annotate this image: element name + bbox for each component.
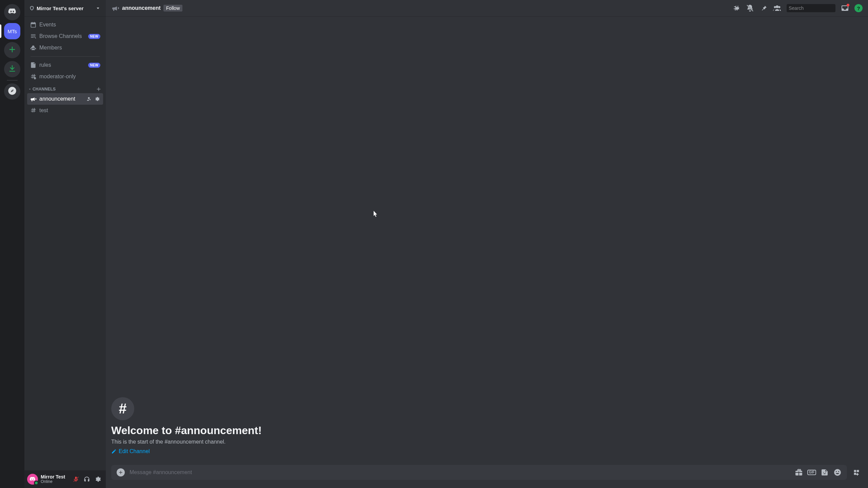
channel-announcement-label: announcement [39, 96, 83, 102]
user-settings-button[interactable] [92, 474, 103, 485]
channel-test[interactable]: test [27, 105, 103, 116]
dm-home-button[interactable] [4, 4, 20, 20]
add-server-button[interactable] [4, 42, 20, 58]
edit-channel-link[interactable]: Edit Channel [111, 448, 150, 454]
channel-rules[interactable]: rules NEW [27, 59, 103, 71]
emoji-button[interactable] [833, 468, 842, 476]
channel-moderator-label: moderator-only [39, 74, 100, 80]
edit-channel-label: Edit Channel [119, 448, 150, 454]
gear-icon[interactable] [94, 96, 100, 102]
chat-main: announcement Follow ? # Welcome to #anno… [106, 0, 868, 488]
headphones-icon [83, 476, 90, 483]
megaphone-icon [111, 4, 119, 12]
help-button[interactable]: ? [854, 4, 863, 12]
members-icon [30, 44, 37, 51]
sidebar-browse-channels[interactable]: Browse Channels NEW [27, 30, 103, 42]
hash-icon: # [119, 401, 126, 417]
compass-icon [7, 86, 17, 97]
notifications-button[interactable] [746, 4, 754, 12]
search-box[interactable] [787, 4, 835, 12]
user-panel: Mirror Test Online [24, 470, 106, 488]
mod-hash-icon [30, 73, 37, 80]
sidebar-browse-label: Browse Channels [39, 33, 85, 39]
rules-icon [30, 62, 37, 68]
welcome-subtitle: This is the start of the #announcement c… [111, 439, 863, 445]
server-name: Mirror Test's server [37, 5, 95, 11]
gift-button[interactable] [795, 468, 803, 476]
threads-icon [732, 4, 741, 12]
new-badge: NEW [88, 34, 100, 39]
pin-icon [760, 4, 768, 12]
server-selected-indicator [0, 24, 1, 38]
mute-button[interactable] [71, 474, 81, 485]
pinned-button[interactable] [760, 4, 768, 12]
follow-button[interactable]: Follow [163, 5, 182, 12]
threads-button[interactable] [732, 4, 741, 12]
apps-button[interactable] [850, 466, 863, 479]
sidebar-members[interactable]: Members [27, 42, 103, 54]
server-boost-icon [29, 5, 35, 11]
inbox-button[interactable] [841, 4, 849, 12]
gif-button[interactable]: GIF [808, 468, 816, 476]
create-invite-icon[interactable] [85, 96, 92, 102]
member-list-button[interactable] [773, 4, 781, 12]
channels-category[interactable]: CHANNELS [27, 85, 103, 93]
welcome-block: # Welcome to #announcement! This is the … [111, 397, 863, 455]
user-display-name: Mirror Test [41, 474, 71, 480]
channel-list: Events Browse Channels NEW Members rules… [24, 16, 106, 470]
gear-icon [94, 476, 101, 483]
inbox-unread-indicator [847, 4, 849, 6]
server-initials: MTs [7, 28, 17, 34]
plus-icon [118, 470, 123, 475]
pencil-icon [111, 449, 117, 454]
plus-icon [7, 45, 17, 56]
sticker-button[interactable] [821, 468, 829, 476]
composer-area: GIF [106, 465, 868, 488]
emoji-icon [833, 468, 842, 476]
browse-icon [30, 33, 37, 40]
new-badge: NEW [88, 63, 100, 68]
channel-test-label: test [39, 107, 100, 114]
members-icon [773, 4, 781, 12]
server-rail: MTs [0, 0, 24, 488]
hash-icon [30, 107, 37, 114]
user-status: Online [41, 480, 71, 484]
sidebar-events[interactable]: Events [27, 19, 103, 30]
sidebar-events-label: Events [39, 22, 100, 28]
download-apps-button[interactable] [4, 61, 20, 77]
chevron-down-icon [95, 5, 101, 11]
user-names[interactable]: Mirror Test Online [41, 474, 71, 484]
gift-icon [795, 468, 803, 476]
server-icon-current[interactable]: MTs [4, 23, 20, 39]
chat-body: # Welcome to #announcement! This is the … [106, 16, 868, 465]
status-online-icon [34, 481, 39, 485]
cursor-artifact [374, 211, 378, 218]
sidebar-members-label: Members [39, 45, 100, 51]
megaphone-icon [30, 96, 37, 102]
channel-announcement[interactable]: announcement [27, 93, 103, 105]
deafen-button[interactable] [81, 474, 92, 485]
discord-logo-icon [7, 7, 17, 18]
apps-icon [853, 469, 860, 476]
welcome-channel-icon: # [111, 397, 134, 420]
chevron-down-icon [28, 87, 32, 91]
rail-separator [7, 80, 18, 81]
channel-rules-label: rules [39, 62, 85, 68]
welcome-title: Welcome to #announcement! [111, 424, 863, 437]
user-avatar[interactable] [27, 474, 38, 485]
message-input[interactable] [130, 469, 790, 475]
chat-header: announcement Follow ? [106, 0, 868, 16]
create-channel-icon[interactable] [96, 86, 102, 92]
calendar-icon [30, 21, 37, 28]
explore-servers-button[interactable] [4, 83, 20, 100]
help-icon: ? [857, 5, 860, 11]
chat-header-title: announcement [122, 5, 161, 11]
search-input[interactable] [789, 5, 848, 11]
gif-icon: GIF [807, 470, 816, 475]
attach-button[interactable] [117, 468, 125, 476]
channel-moderator-only[interactable]: moderator-only [27, 71, 103, 82]
message-composer[interactable]: GIF [111, 465, 847, 480]
sticker-icon [821, 468, 829, 476]
bell-off-icon [746, 4, 754, 12]
server-header[interactable]: Mirror Test's server [24, 0, 106, 16]
